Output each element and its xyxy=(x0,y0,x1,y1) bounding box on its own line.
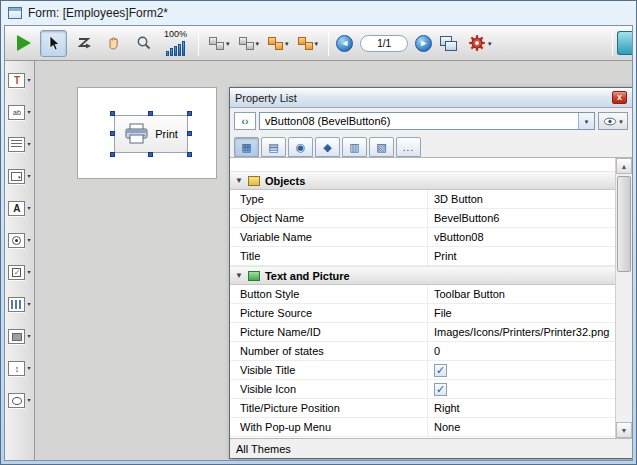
selection-handle[interactable] xyxy=(187,152,192,157)
property-value[interactable]: 0 xyxy=(428,342,615,360)
gear-icon xyxy=(468,34,486,52)
property-value[interactable]: None xyxy=(428,418,615,436)
chevron-down-icon: ▾ xyxy=(27,333,30,340)
property-value[interactable]: Toolbar Button xyxy=(428,285,615,303)
level-menu-button[interactable]: ▾ xyxy=(265,34,292,53)
input-tool-icon: ab xyxy=(8,105,25,120)
radio-button-tool[interactable]: ▾ xyxy=(8,233,30,248)
property-value[interactable]: vButton08 xyxy=(428,228,615,246)
chevron-down-icon: ▾ xyxy=(488,40,492,47)
selection-handle[interactable] xyxy=(148,152,153,157)
visibility-menu-button[interactable]: ▾ xyxy=(598,112,628,130)
zoom-tool-button[interactable] xyxy=(130,30,157,57)
selection-handle[interactable] xyxy=(187,131,192,136)
print-button-label: Print xyxy=(155,128,178,140)
property-row-picture-name: Picture Name/ID Images/Icons/Printers/Pr… xyxy=(230,323,615,342)
duplicate-menu-button[interactable]: ▾ xyxy=(295,34,322,53)
property-list-titlebar[interactable]: Property List x xyxy=(230,88,632,108)
checkbox-tool[interactable]: ✓ ▾ xyxy=(8,265,30,280)
chevron-down-icon[interactable]: ▾ xyxy=(578,113,594,129)
scroll-up-button[interactable]: ▲ xyxy=(616,158,632,174)
property-row-with-popup-menu: With Pop-up Menu None xyxy=(230,418,615,437)
splitter-tool[interactable]: ↕ ▾ xyxy=(8,361,30,376)
form-canvas[interactable]: Print Property List xyxy=(35,61,632,460)
rectangle-tool[interactable]: ▾ xyxy=(8,329,30,344)
chevron-down-icon: ▾ xyxy=(27,365,30,372)
tab-objects[interactable]: ▦ xyxy=(234,137,259,157)
form-page[interactable]: Print xyxy=(77,87,217,179)
object-combobox[interactable]: vButton08 (BevelButton6) ▾ xyxy=(259,112,595,130)
window-titlebar[interactable]: Form: [Employees]Form2* xyxy=(1,1,636,25)
property-list-title: Property List xyxy=(235,92,297,104)
move-tool-button[interactable] xyxy=(100,30,127,57)
combobox-tool[interactable]: ▾ ▾ xyxy=(8,169,30,184)
visible-title-checkbox[interactable]: ✓ xyxy=(434,364,447,377)
close-icon[interactable]: x xyxy=(612,91,627,104)
scrollbar-track[interactable] xyxy=(616,174,632,422)
section-header-text-and-picture[interactable]: ▼ Text and Picture xyxy=(230,266,615,285)
oval-tool[interactable]: ▾ xyxy=(8,393,30,408)
selection-handle[interactable] xyxy=(187,111,192,116)
property-value[interactable]: Right xyxy=(428,399,615,417)
chevron-down-icon: ▾ xyxy=(619,118,623,125)
property-value[interactable]: File xyxy=(428,304,615,322)
objects-tab-icon: ▦ xyxy=(241,141,251,154)
zoom-level-widget[interactable]: 100% xyxy=(160,28,191,59)
text-tool[interactable]: T ▾ xyxy=(8,73,30,88)
data-source-button[interactable] xyxy=(617,31,633,55)
tab-data[interactable]: ▤ xyxy=(261,137,286,157)
button-grid-tool[interactable]: ▾ xyxy=(8,297,30,312)
chevron-down-icon: ▾ xyxy=(27,205,30,212)
more-tab-label: ... xyxy=(403,142,414,153)
property-list-scrollbar: ▲ ▼ xyxy=(615,158,632,438)
section-header-objects[interactable]: ▼ Objects xyxy=(230,171,615,190)
chevron-down-icon: ▾ xyxy=(27,173,30,180)
tab-coordinates[interactable]: ◉ xyxy=(288,137,313,157)
label-tool[interactable]: A ▾ xyxy=(8,201,30,216)
entry-order-button[interactable] xyxy=(70,30,97,57)
tab-more[interactable]: ... xyxy=(396,137,421,157)
section-label: Text and Picture xyxy=(265,270,350,282)
input-tool[interactable]: ab ▾ xyxy=(8,105,30,120)
eye-icon xyxy=(603,117,617,126)
distribute-menu-button[interactable]: ▾ xyxy=(236,34,263,53)
tab-events[interactable]: ▧ xyxy=(369,137,394,157)
print-button[interactable]: Print xyxy=(114,115,188,153)
property-category-tabs: ▦ ▤ ◉ ◆ ▥ ▧ ... xyxy=(230,134,632,158)
printer-icon xyxy=(124,123,150,145)
selection-handle[interactable] xyxy=(148,111,153,116)
object-toolbar: T ▾ ab ▾ ▾ ▾ ▾ A ▾ xyxy=(5,61,35,460)
property-value[interactable]: 3D Button xyxy=(428,190,615,208)
selection-handle[interactable] xyxy=(110,111,115,116)
alignment-menu-button[interactable]: ▾ xyxy=(206,34,233,53)
entry-order-icon xyxy=(76,35,92,51)
property-row-button-style: Button Style Toolbar Button xyxy=(230,285,615,304)
execute-form-button[interactable] xyxy=(10,30,37,57)
selection-handle[interactable] xyxy=(110,131,115,136)
window-content: 100% ▾ ▾ ▾ ▾ xyxy=(4,25,633,461)
selection-tool-button[interactable] xyxy=(40,30,67,57)
listbox-tool[interactable]: ▾ xyxy=(8,137,30,152)
property-value[interactable]: BevelButton6 xyxy=(428,209,615,227)
magnifier-icon xyxy=(136,35,152,51)
page-indicator-field[interactable]: 1/1 xyxy=(360,35,408,52)
tab-display[interactable]: ▥ xyxy=(342,137,367,157)
window-display-button[interactable] xyxy=(435,30,462,57)
previous-page-button[interactable]: ◄ xyxy=(336,35,353,52)
property-value[interactable]: Print xyxy=(428,247,615,265)
visible-icon-checkbox[interactable]: ✓ xyxy=(434,383,447,396)
property-value[interactable]: Images/Icons/Printers/Printer32.png xyxy=(428,323,615,341)
listbox-tool-icon xyxy=(8,137,25,152)
scrollbar-thumb[interactable] xyxy=(617,176,631,272)
themes-label: All Themes xyxy=(236,443,291,455)
selection-handle[interactable] xyxy=(110,152,115,157)
selected-object[interactable]: Print xyxy=(112,113,190,155)
cursor-arrow-icon xyxy=(46,35,62,51)
object-navigator-icon[interactable]: ‹› xyxy=(234,112,256,130)
next-page-button[interactable]: ► xyxy=(415,35,432,52)
tab-entry[interactable]: ◆ xyxy=(315,137,340,157)
scroll-down-button[interactable]: ▼ xyxy=(616,422,632,438)
align-icon xyxy=(209,37,224,50)
window-title: Form: [Employees]Form2* xyxy=(28,6,168,20)
form-properties-button[interactable]: ▾ xyxy=(465,31,495,55)
